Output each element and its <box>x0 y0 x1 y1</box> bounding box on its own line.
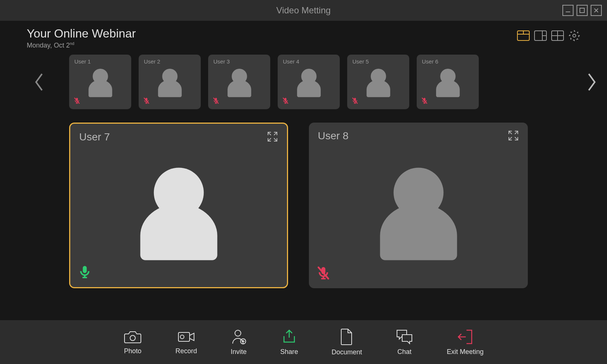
photo-label: Photo <box>124 347 141 355</box>
svg-point-65 <box>235 330 241 336</box>
svg-line-55 <box>515 137 518 140</box>
chat-icon <box>395 329 413 345</box>
page-heading: Your Online Webinar Monday, Oct 2nd <box>27 27 136 49</box>
participant-label: User 1 <box>74 58 91 65</box>
mic-muted-icon <box>421 97 428 105</box>
document-label: Document <box>332 348 362 356</box>
document-icon <box>340 328 354 345</box>
svg-line-46 <box>274 132 277 135</box>
close-icon <box>593 7 599 13</box>
participant-label: User 6 <box>422 58 438 65</box>
share-button[interactable]: Share <box>280 329 298 356</box>
chevron-left-icon <box>34 72 45 92</box>
minimize-button[interactable] <box>562 5 574 16</box>
participant-tile[interactable]: User 8 <box>309 123 528 288</box>
exit-meeting-label: Exit Meeting <box>447 348 484 356</box>
participant-label: User 8 <box>318 130 348 142</box>
camera-icon <box>123 329 142 344</box>
layout-speaker-icon <box>517 30 530 41</box>
chat-label: Chat <box>397 348 411 356</box>
svg-line-56 <box>509 137 512 140</box>
chat-button[interactable]: Chat <box>395 329 413 356</box>
svg-line-48 <box>268 138 271 141</box>
svg-point-62 <box>130 335 135 341</box>
invite-person-icon <box>230 329 247 345</box>
share-icon <box>281 329 297 345</box>
mic-muted-icon <box>316 266 330 282</box>
record-button[interactable]: Record <box>175 329 197 355</box>
participant-thumb[interactable]: User 5 <box>347 55 409 109</box>
photo-button[interactable]: Photo <box>123 329 142 355</box>
layout-sidebar-button[interactable] <box>534 30 547 42</box>
svg-point-64 <box>180 335 184 339</box>
participant-thumb[interactable]: User 2 <box>139 55 201 109</box>
expand-button[interactable] <box>267 131 278 144</box>
carousel-next-button[interactable] <box>579 55 604 109</box>
avatar-icon <box>127 159 231 265</box>
mic-muted-icon <box>74 97 80 105</box>
document-button[interactable]: Document <box>332 328 362 356</box>
mic-muted-icon <box>352 97 358 105</box>
svg-line-54 <box>515 131 518 134</box>
minimize-icon <box>565 7 571 13</box>
participant-carousel: User 1 User 2 User 3 User 4 <box>0 55 607 109</box>
layout-controls <box>517 30 580 43</box>
window-title: Video Metting <box>276 5 330 16</box>
svg-point-13 <box>573 34 576 37</box>
settings-button[interactable] <box>568 30 580 43</box>
avatar-icon <box>84 66 116 100</box>
titlebar: Video Metting <box>0 0 607 21</box>
avatar-icon <box>362 66 394 100</box>
layout-speaker-button[interactable] <box>517 30 530 42</box>
close-button[interactable] <box>591 5 602 16</box>
mic-muted-icon <box>282 97 289 105</box>
participant-label: User 5 <box>352 58 369 65</box>
gear-icon <box>568 30 580 42</box>
participant-label: User 4 <box>283 58 299 65</box>
mic-on-icon <box>78 265 92 280</box>
mic-muted-icon <box>213 97 219 105</box>
svg-line-53 <box>509 131 512 134</box>
window-controls <box>562 5 602 16</box>
avatar-icon <box>154 66 186 100</box>
participant-label: User 2 <box>144 58 160 65</box>
carousel-prev-button[interactable] <box>27 55 52 109</box>
share-label: Share <box>280 348 298 356</box>
avatar-icon <box>223 66 255 100</box>
layout-grid-button[interactable] <box>551 30 564 42</box>
avatar-icon <box>293 66 325 100</box>
svg-point-14 <box>570 31 579 40</box>
video-camera-icon <box>177 329 196 344</box>
avatar-icon <box>367 159 471 265</box>
participant-thumb[interactable]: User 4 <box>278 55 340 109</box>
participant-tile[interactable]: User 7 <box>69 123 288 288</box>
svg-rect-50 <box>83 266 87 273</box>
page-subtitle: Monday, Oct 2nd <box>27 41 136 49</box>
exit-meeting-button[interactable]: Exit Meeting <box>447 329 484 356</box>
exit-icon <box>457 329 474 345</box>
toolbar: Photo Record Invite Share Document <box>0 320 607 364</box>
participant-thumb[interactable]: User 1 <box>69 55 131 109</box>
invite-button[interactable]: Invite <box>230 329 247 356</box>
mic-muted-icon <box>143 97 150 105</box>
svg-line-45 <box>268 132 271 135</box>
page-title: Your Online Webinar <box>27 27 136 40</box>
maximize-button[interactable] <box>577 5 588 16</box>
participant-thumb[interactable]: User 3 <box>208 55 270 109</box>
avatar-icon <box>432 66 464 100</box>
invite-label: Invite <box>230 348 246 356</box>
chevron-right-icon <box>586 72 597 92</box>
maximize-icon <box>579 7 585 13</box>
participant-label: User 3 <box>213 58 230 65</box>
participant-thumb[interactable]: User 6 <box>417 55 479 109</box>
record-label: Record <box>175 347 197 355</box>
svg-line-47 <box>274 138 277 141</box>
layout-grid-icon <box>551 30 564 41</box>
participant-label: User 7 <box>79 131 110 143</box>
expand-button[interactable] <box>508 130 519 143</box>
layout-sidebar-icon <box>534 30 547 41</box>
svg-rect-1 <box>580 8 584 13</box>
